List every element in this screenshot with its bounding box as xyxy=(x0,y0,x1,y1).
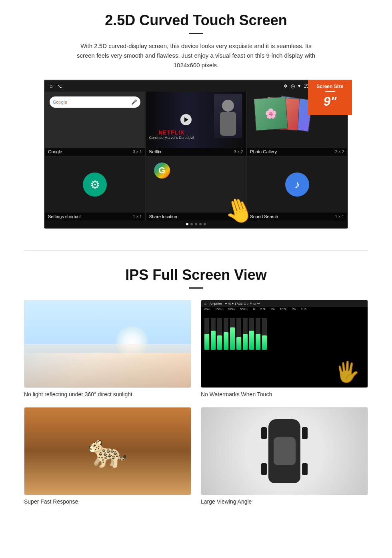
eq-bar-7 xyxy=(243,318,248,350)
cheetah-image: 🐆 xyxy=(24,407,191,495)
share-location-app-name: Share location xyxy=(149,214,177,219)
device-wrapper: Screen Size 9" ⌂ ⌥ ✲ ◎ ▾ 15:06 ⊙ ♪ ✕ xyxy=(44,80,348,229)
sunlight-background xyxy=(24,300,191,387)
pagination-dots xyxy=(45,221,347,228)
eq-bar-track-3 xyxy=(217,318,222,350)
gallery-app-name: Photo Gallery xyxy=(250,149,277,154)
eq-bar-10 xyxy=(262,318,267,350)
features-grid: No light reflecting under 360° direct su… xyxy=(24,300,368,505)
badge-divider xyxy=(325,91,335,92)
eq-bar-fill-8 xyxy=(249,331,254,350)
viewing-angle-feature-label: Large Viewing Angle xyxy=(201,498,368,505)
feature-watermarks: ⌂ Amplifier ▪▪ ◎ ▾ 17:33 ⊙ ♪ ✕ ▭ ↩ 60hz … xyxy=(201,300,368,397)
share-location-cell-content: G 🤚 xyxy=(146,157,246,213)
section1-description: With 2.5D curved-display screen, this de… xyxy=(76,41,316,70)
home-icon[interactable]: ⌂ xyxy=(50,83,52,89)
sound-cell-content: ♪ xyxy=(247,157,347,213)
eq-bar-5 xyxy=(230,318,235,350)
photo-item-3: 🌸 xyxy=(254,96,288,130)
settings-icon-wrap: ⚙ xyxy=(83,173,107,197)
eq-bar-6 xyxy=(236,318,241,350)
netflix-app-cell[interactable]: NETFLIX Continue Marvel's Daredevil Netf… xyxy=(146,92,246,156)
gear-icon: ⚙ xyxy=(90,178,100,191)
bluetooth-icon: ✲ xyxy=(284,83,288,89)
pagination-dot-3[interactable] xyxy=(195,223,197,225)
amp-status: ▪▪ ◎ ▾ 17:33 ⊙ ♪ ✕ ▭ ↩ xyxy=(225,302,260,305)
eq-bar-3 xyxy=(217,318,222,350)
sunlight-feature-label: No light reflecting under 360° direct su… xyxy=(24,391,191,397)
eq-bar-track-5 xyxy=(230,318,235,350)
netflix-cell-content: NETFLIX Continue Marvel's Daredevil xyxy=(146,92,246,148)
ground-gradient xyxy=(24,344,191,387)
section2-ips-full-screen: IPS Full Screen View No light reflecting… xyxy=(0,263,392,517)
settings-app-grid: 1 × 1 xyxy=(133,215,142,219)
feature-viewing-angle: Large Viewing Angle xyxy=(201,407,368,505)
amp-label-100hz: 100hz xyxy=(215,308,223,311)
eq-bar-track-9 xyxy=(256,318,260,350)
eq-bar-fill-1 xyxy=(204,334,209,350)
eq-bar-track-2 xyxy=(211,318,216,350)
speed-feature-label: Super Fast Response xyxy=(24,498,191,505)
pagination-dot-2[interactable] xyxy=(190,223,193,225)
music-icon-wrap: ♪ xyxy=(285,173,309,197)
location-icon: ◎ xyxy=(291,83,295,89)
screen-size-badge: Screen Size 9" xyxy=(308,80,352,115)
maps-icon-wrap: G xyxy=(154,163,174,183)
mic-icon[interactable]: 🎤 xyxy=(131,99,137,105)
eq-bar-fill-7 xyxy=(243,334,248,350)
feature-sunlight: No light reflecting under 360° direct su… xyxy=(24,300,191,397)
play-button[interactable] xyxy=(180,114,192,125)
netflix-app-label: Netflix 3 × 2 xyxy=(146,148,246,156)
pagination-dot-4[interactable] xyxy=(199,223,202,225)
feature-speed: 🐆 Super Fast Response xyxy=(24,407,191,505)
cheetah-background: 🐆 xyxy=(24,407,191,495)
amp-label-60hz: 60hz xyxy=(204,308,210,311)
section2-title-divider xyxy=(189,287,203,289)
eq-bar-2 xyxy=(211,318,216,350)
amplifier-image: ⌂ Amplifier ▪▪ ◎ ▾ 17:33 ⊙ ♪ ✕ ▭ ↩ 60hz … xyxy=(201,300,368,388)
amplifier-background: ⌂ Amplifier ▪▪ ◎ ▾ 17:33 ⊙ ♪ ✕ ▭ ↩ 60hz … xyxy=(201,300,368,387)
amp-label-12.5k: 12.5k xyxy=(280,308,286,311)
settings-app-cell[interactable]: ⚙ Settings shortcut 1 × 1 xyxy=(45,157,145,221)
google-app-label: Google 3 × 1 xyxy=(45,148,145,156)
car-wheel-front-left xyxy=(261,427,267,439)
settings-app-label: Settings shortcut 1 × 1 xyxy=(45,213,145,221)
eq-bar-fill-9 xyxy=(256,334,260,350)
amp-header: ⌂ Amplifier ▪▪ ◎ ▾ 17:33 ⊙ ♪ ✕ ▭ ↩ xyxy=(201,300,368,307)
eq-bar-track-8 xyxy=(249,318,254,350)
google-app-cell[interactable]: Google 🎤 Google 3 × 1 xyxy=(45,92,145,156)
google-logo: Google xyxy=(53,100,67,104)
device-screen: ⌂ ⌥ ✲ ◎ ▾ 15:06 ⊙ ♪ ✕ ▭ xyxy=(44,80,348,229)
app-grid: Google 🎤 Google 3 × 1 xyxy=(45,92,347,221)
pagination-dot-1[interactable] xyxy=(186,223,188,225)
google-app-grid: 3 × 1 xyxy=(133,150,142,154)
settings-cell-content: ⚙ xyxy=(45,157,145,213)
netflix-logo-text: NETFLIX Continue Marvel's Daredevil xyxy=(149,129,194,140)
google-app-name: Google xyxy=(48,149,62,154)
eq-bar-fill-6 xyxy=(236,337,241,350)
google-cell-content: Google 🎤 xyxy=(45,92,145,148)
settings-app-name: Settings shortcut xyxy=(48,214,81,219)
section1-curved-touch: 2.5D Curved Touch Screen With 2.5D curve… xyxy=(0,0,392,238)
music-note-icon: ♪ xyxy=(294,178,300,191)
google-search-bar[interactable]: Google 🎤 xyxy=(50,96,140,108)
sunlight-image xyxy=(24,300,191,388)
car-wheel-rear-left xyxy=(261,463,267,475)
cheetah-emoji: 🐆 xyxy=(88,432,128,470)
eq-bar-track-6 xyxy=(236,318,241,350)
car-body xyxy=(268,419,300,483)
eq-bar-track-1 xyxy=(204,318,209,350)
amp-label-1k: 1k xyxy=(252,308,255,311)
netflix-app-grid: 3 × 2 xyxy=(234,150,243,154)
badge-size: 9" xyxy=(314,94,346,109)
wifi-icon: ▾ xyxy=(298,83,300,89)
amp-labels: 60hz 100hz 200hz 500hz 1k 2.5k 10k 12.5k… xyxy=(201,307,368,311)
eq-bar-8 xyxy=(249,318,254,350)
pagination-dot-5[interactable] xyxy=(204,223,206,225)
sound-search-app-cell[interactable]: ♪ Sound Search 1 × 1 xyxy=(247,157,347,221)
eq-bar-4 xyxy=(224,318,228,350)
watermarks-feature-label: No Watermarks When Touch xyxy=(201,391,368,397)
eq-bar-9 xyxy=(256,318,260,350)
section1-title: 2.5D Curved Touch Screen xyxy=(24,12,368,29)
share-location-app-cell[interactable]: G 🤚 Share location 1 × 1 xyxy=(146,157,246,221)
